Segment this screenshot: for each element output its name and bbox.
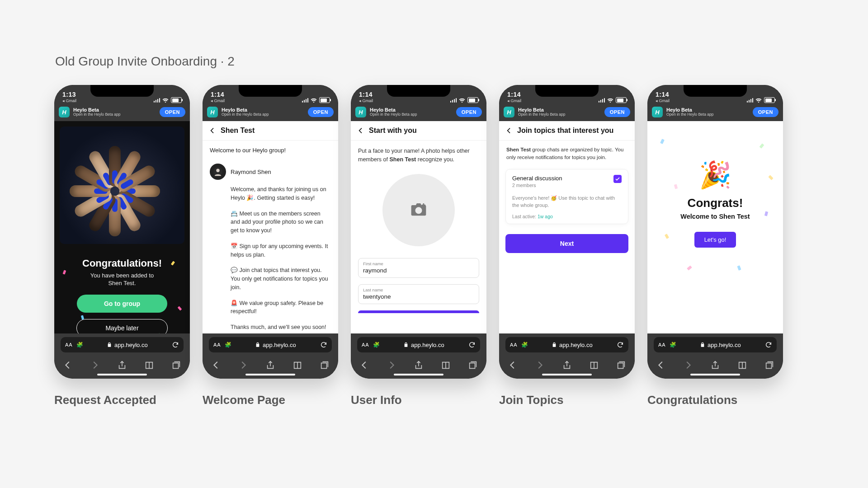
url-bar[interactable]: AA 🧩 app.heylo.co — [61, 337, 184, 352]
url-bar[interactable]: AA🧩app.heylo.co — [209, 337, 332, 352]
bookmarks-icon[interactable] — [737, 360, 747, 370]
congrats-line: You have been added to — [63, 272, 181, 279]
content-area: 🎉 Congrats! Welcome to Shen Test Let's g… — [647, 121, 783, 333]
share-icon[interactable] — [710, 360, 720, 370]
home-indicator[interactable] — [394, 374, 443, 375]
safari-chrome: AA🧩app.heylo.co — [203, 333, 338, 379]
nav-back-icon[interactable] — [359, 360, 369, 370]
congrats-subtitle: Welcome to Shen Test — [656, 213, 774, 220]
check-icon — [615, 176, 620, 182]
next-button[interactable]: Next — [505, 234, 628, 253]
text-size-icon[interactable]: AA — [658, 342, 666, 347]
upload-photo-button[interactable] — [382, 174, 455, 246]
notch — [684, 85, 747, 97]
back-to-gmail[interactable]: ◂ Gmail — [62, 99, 76, 103]
url-bar[interactable]: AA🧩app.heylo.co — [357, 337, 480, 352]
bookmarks-icon[interactable] — [292, 360, 302, 370]
puzzle-icon[interactable]: 🧩 — [225, 342, 231, 348]
puzzle-icon[interactable]: 🧩 — [521, 342, 528, 348]
nav-forward-icon[interactable] — [683, 360, 693, 370]
nav-forward-icon[interactable] — [535, 360, 545, 370]
tabs-icon[interactable] — [171, 360, 181, 370]
tabs-icon[interactable] — [320, 360, 330, 370]
nav-back-icon[interactable] — [656, 360, 666, 370]
share-icon[interactable] — [414, 360, 424, 370]
safari-chrome: AA🧩app.heylo.co — [647, 333, 783, 379]
home-indicator[interactable] — [542, 374, 592, 375]
bookmarks-icon[interactable] — [441, 360, 451, 370]
share-icon[interactable] — [562, 360, 572, 370]
last-name-value: twentyone — [363, 293, 474, 300]
reload-icon[interactable] — [617, 341, 624, 348]
reload-icon[interactable] — [320, 341, 327, 348]
page-title: Old Group Invite Onboarding · 2 — [55, 54, 814, 69]
lock-icon — [700, 342, 705, 347]
tabs-icon[interactable] — [764, 360, 774, 370]
text-size-icon[interactable]: AA — [510, 342, 518, 347]
nav-forward-icon[interactable] — [387, 360, 396, 370]
last-name-field[interactable]: Last name twentyone — [358, 284, 479, 304]
page-header: Shen Test — [203, 121, 338, 141]
next-button-peek[interactable] — [358, 310, 479, 313]
nav-forward-icon[interactable] — [238, 360, 248, 370]
back-to-gmail[interactable]: ◂ Gmail — [359, 99, 373, 103]
nav-back-icon[interactable] — [508, 360, 518, 370]
puzzle-icon[interactable]: 🧩 — [373, 342, 380, 348]
text-size-icon[interactable]: AA — [362, 342, 369, 347]
nav-forward-icon[interactable] — [90, 360, 100, 370]
open-app-button[interactable]: OPEN — [753, 107, 778, 117]
go-to-group-button[interactable]: Go to group — [77, 295, 167, 313]
open-app-button[interactable]: OPEN — [160, 107, 185, 117]
reload-icon[interactable] — [765, 341, 772, 348]
share-icon[interactable] — [265, 360, 275, 370]
back-icon[interactable] — [505, 127, 513, 134]
welcome-text: Welcome to our Heylo group! — [210, 147, 331, 154]
page-header: Start with you — [351, 121, 486, 141]
bookmarks-icon[interactable] — [144, 360, 154, 370]
open-app-button[interactable]: OPEN — [604, 107, 630, 117]
topic-description: Everyone's here! 🥳 Use this topic to cha… — [512, 194, 622, 209]
first-name-label: First name — [363, 261, 474, 266]
back-to-gmail[interactable]: ◂ Gmail — [656, 99, 670, 103]
home-indicator[interactable] — [690, 374, 740, 375]
last-name-label: Last name — [363, 287, 474, 292]
back-to-gmail[interactable]: ◂ Gmail — [507, 99, 521, 103]
tabs-icon[interactable] — [468, 360, 478, 370]
url-text: app.heylo.co — [263, 342, 296, 348]
open-app-button[interactable]: OPEN — [456, 107, 482, 117]
back-icon[interactable] — [209, 127, 216, 134]
text-size-icon[interactable]: AA — [65, 342, 73, 347]
share-icon[interactable] — [117, 360, 127, 370]
bookmarks-icon[interactable] — [589, 360, 599, 370]
reload-icon[interactable] — [468, 341, 476, 348]
topic-card[interactable]: General discussion 2 members Everyone's … — [505, 169, 628, 224]
wifi-icon — [162, 98, 169, 103]
first-name-field[interactable]: First name raymond — [358, 258, 479, 278]
maybe-later-button[interactable]: Maybe later — [76, 319, 168, 333]
url-bar[interactable]: AA🧩app.heylo.co — [505, 337, 628, 352]
banner-subtitle: Open in the Heylo Beta app — [222, 113, 304, 117]
welcome-paragraph: 💬 Join chat topics that interest you. Yo… — [231, 266, 331, 291]
puzzle-icon[interactable]: 🧩 — [76, 342, 83, 348]
nav-back-icon[interactable] — [63, 360, 73, 370]
open-app-button[interactable]: OPEN — [308, 107, 334, 117]
back-to-gmail[interactable]: ◂ Gmail — [211, 99, 225, 103]
battery-icon — [616, 97, 627, 103]
puzzle-icon[interactable]: 🧩 — [670, 342, 676, 348]
camera-add-icon — [411, 203, 426, 217]
lock-icon — [404, 342, 408, 347]
nav-back-icon[interactable] — [211, 360, 221, 370]
page-title: Shen Test — [221, 127, 255, 135]
lock-icon — [107, 342, 112, 347]
url-bar[interactable]: AA🧩app.heylo.co — [654, 337, 777, 352]
author-row: Raymond Shen — [210, 164, 331, 180]
text-size-icon[interactable]: AA — [213, 342, 221, 347]
topic-checkbox[interactable] — [613, 175, 622, 183]
tabs-icon[interactable] — [616, 360, 626, 370]
back-icon[interactable] — [357, 127, 364, 134]
lets-go-button[interactable]: Let's go! — [694, 232, 736, 248]
caption: Congratulations — [647, 393, 737, 407]
home-indicator[interactable] — [245, 374, 295, 375]
home-indicator[interactable] — [97, 374, 147, 375]
reload-icon[interactable] — [172, 341, 179, 348]
